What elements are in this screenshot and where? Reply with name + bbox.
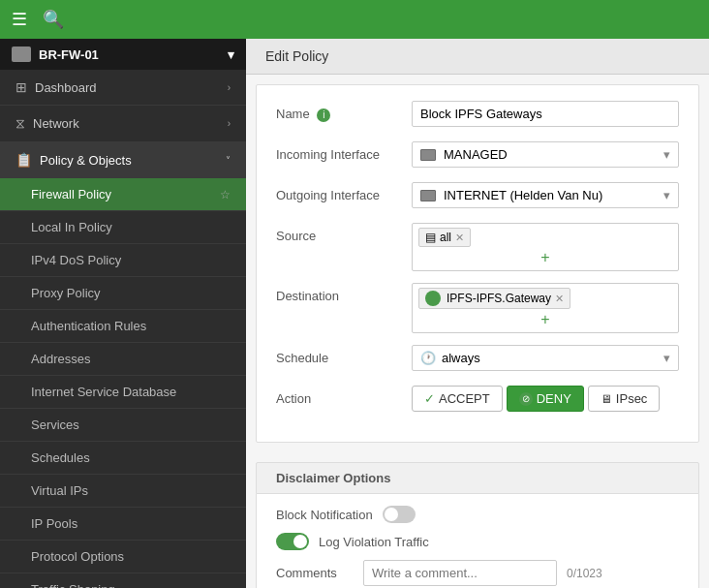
name-input[interactable] — [412, 101, 679, 127]
sidebar-label-protocol-options: Protocol Options — [31, 549, 124, 564]
incoming-interface-value: MANAGED — [444, 147, 508, 162]
device-header[interactable]: BR-FW-01 ▾ — [0, 39, 246, 70]
sidebar-label-policy-objects: Policy & Objects — [40, 153, 132, 168]
sidebar-label-local-in-policy: Local In Policy — [31, 220, 112, 234]
source-tag-all: ▤ all ✕ — [418, 228, 471, 247]
sidebar-item-proxy-policy[interactable]: Proxy Policy — [0, 277, 246, 310]
destination-tag-box: IPFS-IPFS.Gateway ✕ + — [412, 283, 679, 333]
dest-ipfs-icon — [425, 291, 441, 306]
sidebar-item-services[interactable]: Services — [0, 409, 246, 442]
comments-row: Comments 0/1023 — [276, 560, 679, 586]
source-remove-icon[interactable]: ✕ — [455, 232, 464, 244]
sidebar-label-addresses: Addresses — [31, 352, 90, 366]
name-label: Name i — [276, 101, 412, 122]
destination-remove-icon[interactable]: ✕ — [555, 293, 564, 305]
deny-button[interactable]: ⊘ DENY — [507, 386, 584, 412]
block-notification-knob — [385, 508, 398, 521]
name-row: Name i — [276, 101, 679, 130]
star-icon[interactable]: ☆ — [220, 188, 231, 201]
disclaimer-section-header: Disclaimer Options — [256, 462, 699, 494]
sidebar-label-authentication-rules: Authentication Rules — [31, 319, 146, 333]
sidebar-item-authentication-rules[interactable]: Authentication Rules — [0, 310, 246, 343]
dashboard-chevron: › — [228, 82, 231, 93]
schedule-row: Schedule 🕐 always ▾ — [276, 345, 679, 374]
sidebar-label-services: Services — [31, 418, 79, 432]
disclaimer-section-body: Block Notification Log Violation Traffic… — [256, 494, 699, 588]
main-layout: BR-FW-01 ▾ ⊞ Dashboard › ⧖ Network › 📋 P… — [0, 39, 709, 588]
incoming-interface-select[interactable]: MANAGED ▾ — [412, 141, 679, 168]
ipsec-button[interactable]: 🖥 IPsec — [588, 386, 661, 412]
network-chevron: › — [228, 118, 231, 129]
sidebar-label-network: Network — [33, 116, 79, 131]
sidebar-label-virtual-ips: Virtual IPs — [31, 483, 88, 498]
sidebar-item-firewall-policy[interactable]: Firewall Policy ☆ — [0, 178, 246, 211]
sidebar: BR-FW-01 ▾ ⊞ Dashboard › ⧖ Network › 📋 P… — [0, 39, 246, 588]
sidebar-label-proxy-policy: Proxy Policy — [31, 286, 101, 300]
sidebar-item-internet-service-db[interactable]: Internet Service Database — [0, 376, 246, 409]
network-icon: ⧖ — [15, 115, 25, 132]
schedule-select[interactable]: 🕐 always ▾ — [412, 345, 679, 371]
edit-policy-form: Name i Incoming Interface MANAGED — [256, 84, 699, 443]
action-label: Action — [276, 386, 412, 406]
sidebar-label-dashboard: Dashboard — [35, 80, 97, 95]
outgoing-interface-select[interactable]: INTERNET (Helden Van Nu) ▾ — [412, 182, 679, 208]
deny-label: DENY — [537, 391, 571, 406]
name-info-icon[interactable]: i — [317, 108, 330, 122]
accept-label: ACCEPT — [439, 391, 490, 406]
content-header: Edit Policy — [246, 39, 709, 75]
accept-check-icon: ✓ — [424, 391, 435, 406]
sidebar-item-dashboard[interactable]: ⊞ Dashboard › — [0, 70, 246, 106]
sidebar-label-traffic-shaping: Traffic Shaping — [31, 582, 115, 588]
source-all-label: all — [440, 231, 451, 244]
sidebar-item-ipv4-dos-policy[interactable]: IPv4 DoS Policy — [0, 244, 246, 277]
sidebar-item-virtual-ips[interactable]: Virtual IPs — [0, 475, 246, 508]
schedule-value: always — [442, 351, 480, 365]
sidebar-item-traffic-shaping[interactable]: Traffic Shaping — [0, 573, 246, 588]
deny-circle-icon: ⊘ — [519, 392, 533, 406]
outgoing-interface-label: Outgoing Interface — [276, 182, 412, 202]
incoming-iface-icon — [420, 149, 436, 161]
schedule-label: Schedule — [276, 345, 412, 365]
menu-icon[interactable]: ☰ — [12, 9, 27, 30]
incoming-interface-label: Incoming Interface — [276, 141, 412, 162]
comments-input[interactable] — [363, 560, 557, 586]
device-name: BR-FW-01 — [39, 47, 99, 62]
incoming-interface-control: MANAGED ▾ — [412, 141, 679, 168]
block-notification-label: Block Notification — [276, 508, 373, 522]
accept-button[interactable]: ✓ ACCEPT — [412, 386, 503, 412]
sidebar-label-schedules: Schedules — [31, 450, 90, 465]
topbar: ☰ 🔍 — [0, 0, 709, 39]
schedule-dropdown-arrow: ▾ — [663, 351, 670, 365]
main-content: Edit Policy Name i Incoming Interface — [246, 39, 709, 588]
outgoing-dropdown-arrow: ▾ — [663, 188, 670, 202]
action-control: ✓ ACCEPT ⊘ DENY 🖥 IPsec — [412, 386, 679, 412]
sidebar-item-protocol-options[interactable]: Protocol Options — [0, 541, 246, 573]
action-buttons: ✓ ACCEPT ⊘ DENY 🖥 IPsec — [412, 386, 679, 412]
sidebar-item-network[interactable]: ⧖ Network › — [0, 106, 246, 142]
outgoing-interface-row: Outgoing Interface INTERNET (Helden Van … — [276, 182, 679, 211]
name-control — [412, 101, 679, 127]
device-name-group: BR-FW-01 — [12, 46, 99, 62]
block-notification-toggle[interactable] — [383, 506, 416, 523]
page-title: Edit Policy — [265, 48, 328, 64]
destination-value: IPFS-IPFS.Gateway — [447, 292, 551, 305]
ipsec-label: IPsec — [616, 391, 648, 406]
destination-add-button[interactable]: + — [418, 311, 672, 328]
sidebar-label-ipv4-dos-policy: IPv4 DoS Policy — [31, 253, 121, 267]
source-all-icon: ▤ — [425, 231, 436, 244]
search-icon[interactable]: 🔍 — [43, 9, 64, 30]
sidebar-item-policy-objects[interactable]: 📋 Policy & Objects ˅ — [0, 142, 246, 178]
incoming-dropdown-arrow: ▾ — [663, 147, 670, 162]
sidebar-item-ip-pools[interactable]: IP Pools — [0, 508, 246, 541]
sidebar-item-schedules[interactable]: Schedules — [0, 442, 246, 475]
outgoing-interface-control: INTERNET (Helden Van Nu) ▾ — [412, 182, 679, 208]
policy-objects-chevron: ˅ — [226, 155, 231, 166]
schedule-control: 🕐 always ▾ — [412, 345, 679, 371]
sidebar-label-firewall-policy: Firewall Policy — [31, 187, 111, 201]
sidebar-item-addresses[interactable]: Addresses — [0, 343, 246, 376]
source-control: ▤ all ✕ + — [412, 223, 679, 271]
dashboard-icon: ⊞ — [15, 79, 27, 95]
source-add-button[interactable]: + — [418, 249, 672, 266]
log-violation-toggle[interactable] — [276, 533, 309, 550]
sidebar-item-local-in-policy[interactable]: Local In Policy — [0, 211, 246, 244]
